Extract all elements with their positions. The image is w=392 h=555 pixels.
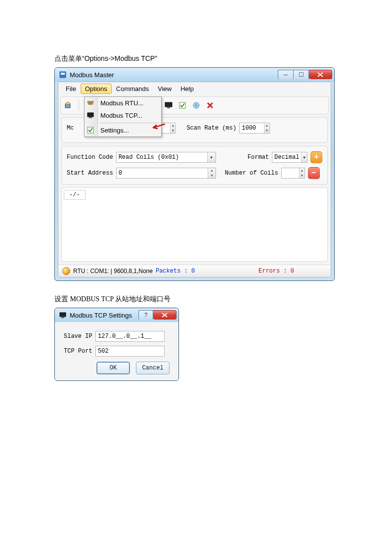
tcp-port-input[interactable]	[95, 346, 165, 357]
caption-2: 设置 MODBUS TCP 从站地址和端口号	[54, 295, 338, 304]
minimize-button[interactable]: ─	[278, 70, 294, 79]
minus-icon: −	[311, 169, 316, 178]
start-address-input[interactable]	[117, 170, 208, 177]
dialog-title: Modbus TCP Settings	[70, 312, 132, 319]
spin-number-of-coils[interactable]: ▲▼	[281, 168, 305, 179]
combo-format[interactable]: Decimal ▼	[272, 152, 307, 163]
svg-rect-12	[89, 117, 92, 118]
toolbar-sep	[79, 100, 79, 111]
menubar: File Options Commands View Help	[58, 82, 331, 95]
svg-point-9	[90, 102, 91, 103]
menu-item-modbus-tcp-label: Modbus TCP...	[100, 112, 142, 119]
svg-rect-1	[61, 73, 65, 75]
remove-button[interactable]: −	[308, 167, 320, 179]
svg-rect-4	[165, 102, 172, 107]
status-connection: RTU : COM1: | 9600,8,1,None	[73, 268, 153, 275]
menu-file[interactable]: File	[61, 84, 81, 94]
window-title: Modbus Master	[70, 71, 114, 79]
combo-function-code[interactable]: Read Coils (0x01) ▼	[116, 152, 216, 163]
modbus-tcp-settings-dialog: Modbus TCP Settings ? Slave IP TCP Port …	[54, 308, 179, 381]
toolbar-icon-1[interactable]	[64, 101, 73, 110]
toolbar-monitor-icon[interactable]	[164, 101, 173, 110]
toolbar-check-icon[interactable]	[178, 101, 187, 110]
label-tcp-port: TCP Port	[64, 348, 91, 355]
monitor-icon	[87, 111, 94, 119]
label-number-of-coils: Number of Coils	[225, 170, 278, 177]
label-format: Format	[248, 154, 269, 161]
svg-rect-11	[87, 113, 93, 117]
spin-arrows-icon[interactable]: ▲▼	[170, 123, 175, 133]
label-slave-ip: Slave IP	[64, 333, 91, 340]
number-of-coils-input[interactable]	[282, 170, 299, 177]
chevron-down-icon[interactable]: ▼	[301, 152, 307, 162]
add-button[interactable]: +	[310, 151, 322, 163]
menu-help[interactable]: Help	[176, 84, 198, 94]
svg-point-8	[89, 102, 90, 103]
spin-arrows-icon[interactable]: ▲▼	[264, 123, 270, 133]
plus-icon: +	[314, 153, 319, 162]
svg-rect-3	[66, 102, 69, 104]
dialog-titlebar[interactable]: Modbus TCP Settings ?	[55, 308, 178, 322]
menu-item-modbus-rtu[interactable]: Modbus RTU...	[85, 97, 161, 109]
menu-options[interactable]: Options	[81, 84, 112, 94]
spin-arrows-icon[interactable]: ▲▼	[208, 168, 215, 178]
chevron-down-icon[interactable]: ▼	[207, 152, 216, 162]
menu-view[interactable]: View	[153, 84, 176, 94]
caption-1-cn: 点击菜单	[54, 55, 82, 62]
caption-1-path: “Options->Modbus TCP”	[82, 54, 157, 62]
cancel-button[interactable]: Cancel	[136, 362, 170, 374]
combo-format-value: Decimal	[272, 154, 301, 161]
spin-start-address[interactable]: ▲▼	[116, 168, 216, 179]
serial-port-icon	[87, 99, 94, 107]
status-bar: RTU : COM1: | 9600,8,1,None Packets : 0 …	[58, 265, 331, 277]
status-lamp-icon	[62, 267, 70, 275]
dialog-close-button[interactable]	[153, 310, 176, 320]
modbus-master-window: Modbus Master ─ ☐ File Options Commands …	[54, 67, 335, 281]
maximize-button[interactable]: ☐	[294, 70, 309, 79]
label-mc: Mc	[67, 125, 74, 132]
result-cell: -/-	[64, 190, 86, 200]
svg-rect-5	[167, 107, 170, 108]
titlebar[interactable]: Modbus Master ─ ☐	[55, 68, 334, 82]
menu-separator	[99, 123, 159, 123]
caption-1: 点击菜单“Options->Modbus TCP”	[54, 54, 338, 63]
settings-panel-2: Function Code Read Coils (0x01) ▼ Format…	[61, 146, 328, 185]
status-packets: Packets : 0	[156, 268, 195, 275]
scan-rate-input[interactable]	[240, 125, 263, 132]
spin-scan-rate[interactable]: ▲▼	[239, 123, 270, 134]
help-button[interactable]: ?	[138, 310, 153, 320]
menu-item-modbus-tcp[interactable]: Modbus TCP...	[85, 109, 161, 122]
app-icon	[59, 71, 67, 79]
monitor-icon	[59, 311, 67, 319]
results-area: -/-	[61, 187, 328, 262]
toolbar-globe-icon[interactable]	[192, 101, 201, 110]
label-function-code: Function Code	[67, 154, 113, 161]
svg-rect-14	[60, 313, 66, 317]
status-errors: Errors : 0	[259, 268, 294, 275]
slave-ip-input[interactable]	[95, 331, 165, 342]
combo-function-code-value: Read Coils (0x01)	[117, 154, 207, 161]
close-button[interactable]	[309, 70, 332, 79]
spin-arrows-icon[interactable]: ▲▼	[299, 168, 305, 178]
menu-item-settings[interactable]: Settings...	[85, 124, 161, 137]
svg-point-10	[91, 102, 92, 103]
toolbar-delete-icon[interactable]	[206, 101, 215, 110]
ok-button[interactable]: OK	[96, 362, 130, 374]
label-start-address: Start Address	[67, 170, 113, 177]
options-dropdown: Modbus RTU... Modbus TCP... Settings...	[84, 96, 162, 137]
svg-rect-15	[61, 317, 64, 318]
menu-commands[interactable]: Commands	[112, 84, 153, 94]
menu-item-modbus-rtu-label: Modbus RTU...	[100, 99, 143, 107]
menu-item-settings-label: Settings...	[100, 127, 129, 134]
label-scan-rate: Scan Rate (ms)	[186, 125, 236, 132]
check-settings-icon	[87, 126, 94, 134]
